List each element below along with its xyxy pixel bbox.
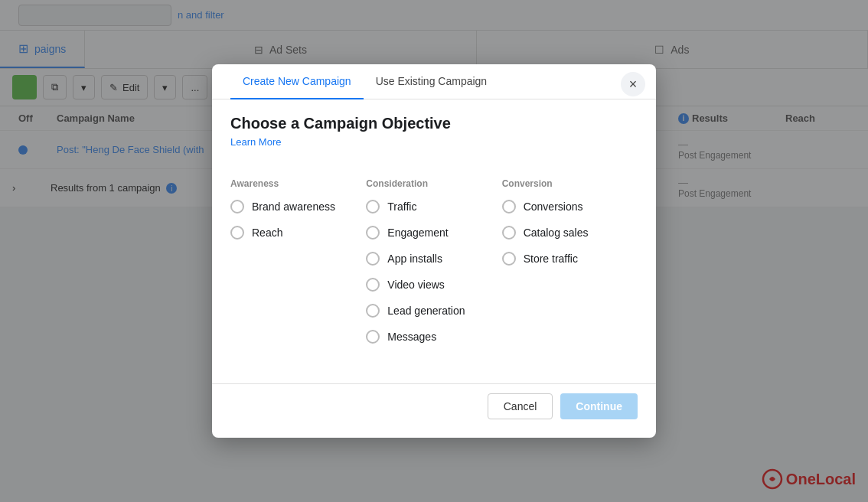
option-store-traffic[interactable]: Store traffic (502, 252, 638, 266)
radio-app-installs[interactable] (366, 252, 380, 266)
radio-messages[interactable] (366, 330, 380, 344)
modal-footer: Cancel Continue (212, 383, 656, 419)
close-icon: × (629, 77, 638, 93)
messages-label: Messages (387, 331, 436, 343)
cancel-button[interactable]: Cancel (488, 393, 553, 419)
awareness-label: Awareness (230, 178, 366, 189)
continue-button[interactable]: Continue (560, 393, 638, 419)
modal-tabs: Create New Campaign Use Existing Campaig… (212, 64, 656, 99)
consideration-label: Consideration (366, 178, 501, 189)
awareness-column: Awareness Brand awareness Reach (230, 178, 366, 356)
learn-more-link[interactable]: Learn More (230, 136, 281, 148)
modal-close-button[interactable]: × (621, 72, 645, 96)
option-engagement[interactable]: Engagement (366, 226, 501, 240)
tab-create-new[interactable]: Create New Campaign (230, 64, 364, 99)
modal-title: Choose a Campaign Objective (230, 115, 638, 132)
app-installs-label: App installs (387, 253, 442, 265)
video-views-label: Video views (387, 279, 444, 291)
conversion-column: Conversion Conversions Catalog sales Sto… (502, 178, 638, 356)
option-messages[interactable]: Messages (366, 330, 501, 344)
option-video-views[interactable]: Video views (366, 278, 501, 292)
option-conversions[interactable]: Conversions (502, 200, 638, 214)
radio-lead-generation[interactable] (366, 304, 380, 318)
consideration-column: Consideration Traffic Engagement App ins… (366, 178, 501, 356)
conversions-label: Conversions (524, 200, 583, 213)
option-app-installs[interactable]: App installs (366, 252, 501, 266)
radio-engagement[interactable] (366, 226, 380, 240)
engagement-label: Engagement (387, 227, 448, 239)
option-traffic[interactable]: Traffic (366, 200, 501, 214)
conversion-label: Conversion (502, 178, 638, 189)
objectives-grid: Awareness Brand awareness Reach Consider… (230, 178, 638, 356)
modal-overlay: Create New Campaign Use Existing Campaig… (0, 0, 868, 502)
radio-catalog-sales[interactable] (502, 226, 516, 240)
option-reach[interactable]: Reach (230, 226, 366, 240)
reach-label: Reach (252, 227, 282, 239)
radio-traffic[interactable] (366, 200, 380, 214)
catalog-sales-label: Catalog sales (524, 227, 589, 239)
modal-body: Choose a Campaign Objective Learn More A… (212, 99, 656, 371)
traffic-label: Traffic (387, 200, 416, 213)
option-brand-awareness[interactable]: Brand awareness (230, 200, 366, 214)
option-catalog-sales[interactable]: Catalog sales (502, 226, 638, 240)
create-campaign-modal: Create New Campaign Use Existing Campaig… (212, 64, 656, 438)
store-traffic-label: Store traffic (524, 253, 578, 265)
radio-reach[interactable] (230, 226, 244, 240)
option-lead-generation[interactable]: Lead generation (366, 304, 501, 318)
radio-conversions[interactable] (502, 200, 516, 214)
lead-generation-label: Lead generation (387, 305, 465, 317)
radio-store-traffic[interactable] (502, 252, 516, 266)
brand-awareness-label: Brand awareness (252, 200, 335, 213)
radio-brand-awareness[interactable] (230, 200, 244, 214)
tab-use-existing[interactable]: Use Existing Campaign (364, 64, 500, 99)
radio-video-views[interactable] (366, 278, 380, 292)
